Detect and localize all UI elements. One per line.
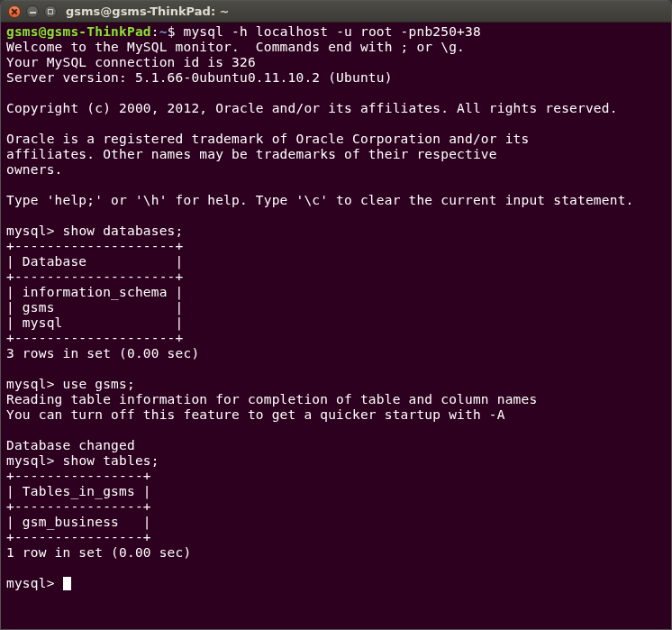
mysql-prompt: mysql> <box>6 377 63 391</box>
table-border: +----------------+ <box>6 499 151 514</box>
output-welcome-2: Your MySQL connection id is 326 <box>6 55 256 69</box>
maximize-button[interactable] <box>44 5 57 18</box>
table-border: +----------------+ <box>6 469 151 483</box>
output-help: Type 'help;' or '\h' for help. Type '\c'… <box>6 193 634 207</box>
prompt-path: ~ <box>159 24 168 39</box>
command-show-tables: show tables; <box>63 453 159 468</box>
output-reading-2: You can turn off this feature to get a q… <box>6 407 505 422</box>
output-copyright: Copyright (c) 2000, 2012, Oracle and/or … <box>6 101 618 115</box>
terminal-window: gsms@gsms-ThinkPad: ~ gsms@gsms-ThinkPad… <box>0 0 672 630</box>
mysql-prompt: mysql> <box>6 576 63 590</box>
window-title: gsms@gsms-ThinkPad: ~ <box>66 5 230 18</box>
cursor <box>63 577 71 590</box>
command-use-gsms: use gsms; <box>63 377 135 391</box>
minimize-button[interactable] <box>26 5 39 18</box>
table-row: | information_schema | <box>6 285 183 299</box>
prompt-sep: : <box>151 24 159 39</box>
command-mysql-connect: mysql -h localhost -u root -pnb250+38 <box>184 24 481 39</box>
output-oracle-2: affiliates. Other names may be trademark… <box>6 147 497 161</box>
command-show-databases: show databases; <box>63 224 184 238</box>
titlebar: gsms@gsms-ThinkPad: ~ <box>1 1 671 23</box>
table-row: | mysql | <box>6 315 183 330</box>
output-rowcount: 1 row in set (0.00 sec) <box>6 545 191 560</box>
table-header-database: | Database | <box>6 254 183 269</box>
close-button[interactable] <box>8 5 21 18</box>
prompt-dollar: $ <box>168 24 184 39</box>
table-border: +--------------------+ <box>6 331 183 345</box>
output-oracle-3: owners. <box>6 162 63 177</box>
output-db-changed: Database changed <box>6 438 135 452</box>
prompt-userhost: gsms@gsms-ThinkPad <box>6 24 151 39</box>
table-row: | gsms | <box>6 300 183 315</box>
mysql-prompt: mysql> <box>6 224 63 238</box>
output-welcome-3: Server version: 5.1.66-0ubuntu0.11.10.2 … <box>6 70 393 85</box>
terminal-body[interactable]: gsms@gsms-ThinkPad:~$ mysql -h localhost… <box>1 23 671 629</box>
output-rowcount: 3 rows in set (0.00 sec) <box>6 346 199 361</box>
table-row: | gsm_business | <box>6 515 151 529</box>
table-border: +----------------+ <box>6 530 151 544</box>
output-reading-1: Reading table information for completion… <box>6 392 537 406</box>
table-header-tables: | Tables_in_gsms | <box>6 484 151 498</box>
output-welcome-1: Welcome to the MySQL monitor. Commands e… <box>6 40 465 54</box>
output-oracle-1: Oracle is a registered trademark of Orac… <box>6 132 529 146</box>
table-border: +--------------------+ <box>6 269 183 284</box>
table-border: +--------------------+ <box>6 239 183 253</box>
mysql-prompt: mysql> <box>6 453 63 468</box>
